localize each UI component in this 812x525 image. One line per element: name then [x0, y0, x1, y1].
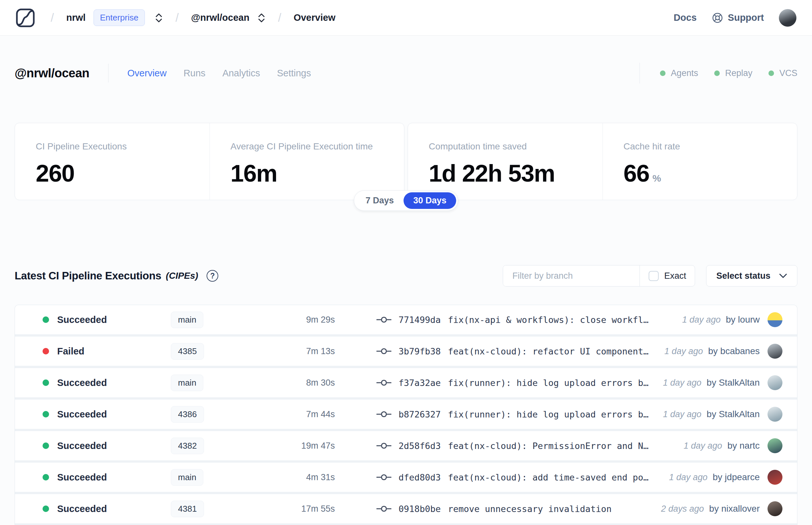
branch-filter-group: Exact [503, 265, 695, 287]
status-label: Succeeded [57, 314, 171, 325]
lifebuoy-icon [711, 12, 723, 24]
git-commit-icon [377, 473, 392, 481]
exact-label: Exact [664, 271, 686, 281]
status-dot-icon [43, 316, 49, 323]
tab-overview[interactable]: Overview [127, 68, 167, 79]
avatar[interactable] [767, 344, 782, 359]
duration-label: 9m 29s [265, 315, 335, 325]
git-commit-icon [377, 505, 392, 513]
table-row[interactable]: Succeeded main 9m 29s 771499da fix(nx-ap… [15, 305, 797, 334]
time-ago-label: 1 day ago [669, 472, 708, 482]
git-commit-icon [377, 441, 392, 450]
service-agents[interactable]: Agents [660, 68, 698, 78]
breadcrumb: / nrwl Enterprise / @nrwl/ocean / Overvi… [51, 10, 336, 26]
avatar[interactable] [767, 438, 782, 453]
breadcrumb-org[interactable]: nrwl [66, 12, 86, 23]
duration-label: 4m 31s [265, 472, 335, 482]
time-ago-label: 1 day ago [682, 315, 721, 325]
avatar[interactable] [767, 407, 782, 422]
range-30-days[interactable]: 30 Days [403, 192, 456, 209]
author-label: by StalkAltan [707, 409, 760, 419]
commit-hash[interactable]: b8726327 [399, 409, 441, 419]
stat-value: 66% [624, 160, 797, 187]
duration-label: 7m 44s [265, 409, 335, 419]
branch-badge[interactable]: 4385 [171, 343, 204, 360]
service-label: Replay [725, 68, 752, 78]
time-ago-label: 2 days ago [661, 504, 704, 514]
status-label: Succeeded [57, 440, 171, 451]
branch-badge[interactable]: main [171, 469, 203, 486]
org-switcher-icon[interactable] [155, 12, 163, 24]
avatar[interactable] [767, 375, 782, 390]
workspace-title: @nrwl/ocean [15, 66, 89, 80]
duration-label: 7m 13s [265, 346, 335, 356]
duration-label: 8m 30s [265, 378, 335, 388]
status-label: Succeeded [57, 504, 171, 514]
status-dot-icon [43, 379, 49, 386]
status-select-button[interactable]: Select status [706, 265, 797, 287]
git-commit-icon [377, 315, 392, 324]
git-commit-icon [377, 378, 392, 387]
support-link[interactable]: Support [711, 12, 764, 24]
stat-value: 16m [231, 160, 404, 187]
table-row[interactable]: Succeeded main 4m 31s dfed80d3 feat(nx-c… [15, 463, 797, 492]
section-title: Latest CI Pipeline Executions [15, 270, 162, 282]
commit-hash[interactable]: 3b79fb38 [399, 346, 441, 356]
time-ago-label: 1 day ago [663, 409, 702, 419]
commit-hash[interactable]: dfed80d3 [399, 472, 441, 482]
service-replay[interactable]: Replay [714, 68, 752, 78]
service-label: VCS [779, 68, 797, 78]
exact-checkbox[interactable] [649, 271, 659, 281]
breadcrumb-separator: / [278, 11, 281, 25]
commit-hash[interactable]: 2d58f6d3 [399, 441, 441, 451]
breadcrumb-page: Overview [294, 12, 336, 23]
commit-hash[interactable]: 771499da [399, 315, 441, 325]
branch-badge[interactable]: main [171, 312, 203, 328]
commit-message: feat(nx-cloud): PermissionError and N… [448, 441, 649, 451]
branch-filter-input[interactable] [503, 266, 639, 286]
support-label: Support [728, 12, 764, 23]
status-dot-icon [43, 442, 49, 449]
help-icon[interactable]: ? [206, 270, 218, 282]
tab-runs[interactable]: Runs [184, 68, 205, 79]
branch-badge[interactable]: main [171, 375, 203, 391]
avatar[interactable] [767, 470, 782, 485]
table-row[interactable]: Succeeded 4382 19m 47s 2d58f6d3 feat(nx-… [15, 431, 797, 460]
stat-computation-time-saved: Computation time saved 1d 22h 53m [408, 123, 602, 200]
nx-cloud-logo-icon[interactable] [16, 8, 35, 28]
git-commit-icon [377, 410, 392, 418]
tab-analytics[interactable]: Analytics [223, 68, 260, 79]
date-range-toggle: 7 Days 30 Days [354, 190, 458, 211]
service-status-group: Agents Replay VCS [640, 63, 797, 84]
status-label: Succeeded [57, 409, 171, 420]
user-avatar[interactable] [779, 9, 796, 27]
table-row[interactable]: Succeeded 4381 17m 55s 0918b0be remove u… [15, 494, 797, 523]
avatar[interactable] [767, 312, 782, 327]
table-row[interactable]: Succeeded main 8m 30s f37a32ae fix(runne… [15, 368, 797, 397]
branch-badge[interactable]: 4381 [171, 501, 204, 517]
workspace-tabs: Overview Runs Analytics Settings [127, 68, 311, 79]
stat-label: Computation time saved [429, 141, 602, 152]
commit-message: remove unnecessary invalidation [448, 504, 612, 514]
enterprise-badge: Enterprise [94, 10, 145, 26]
range-7-days[interactable]: 7 Days [356, 192, 403, 209]
commit-hash[interactable]: f37a32ae [399, 378, 441, 388]
tab-settings[interactable]: Settings [277, 68, 311, 79]
branch-badge[interactable]: 4382 [171, 438, 204, 454]
service-vcs[interactable]: VCS [768, 68, 797, 78]
cipe-table: Succeeded main 9m 29s 771499da fix(nx-ap… [15, 305, 797, 525]
duration-label: 19m 47s [265, 441, 335, 451]
table-row[interactable]: Failed 4385 7m 13s 3b79fb38 feat(nx-clou… [15, 336, 797, 366]
avatar[interactable] [767, 501, 782, 516]
workspace-switcher-icon[interactable] [257, 12, 266, 24]
breadcrumb-workspace[interactable]: @nrwl/ocean [191, 12, 249, 23]
commit-hash[interactable]: 0918b0be [399, 504, 441, 514]
exact-filter-segment: Exact [640, 266, 695, 286]
author-label: by lourw [726, 314, 760, 325]
time-ago-label: 1 day ago [684, 441, 722, 451]
breadcrumb-separator: / [51, 11, 54, 25]
commit-message: fix(runner): hide log upload errors b… [448, 378, 649, 388]
docs-link[interactable]: Docs [674, 12, 697, 23]
branch-badge[interactable]: 4386 [171, 406, 204, 423]
table-row[interactable]: Succeeded 4386 7m 44s b8726327 fix(runne… [15, 400, 797, 429]
